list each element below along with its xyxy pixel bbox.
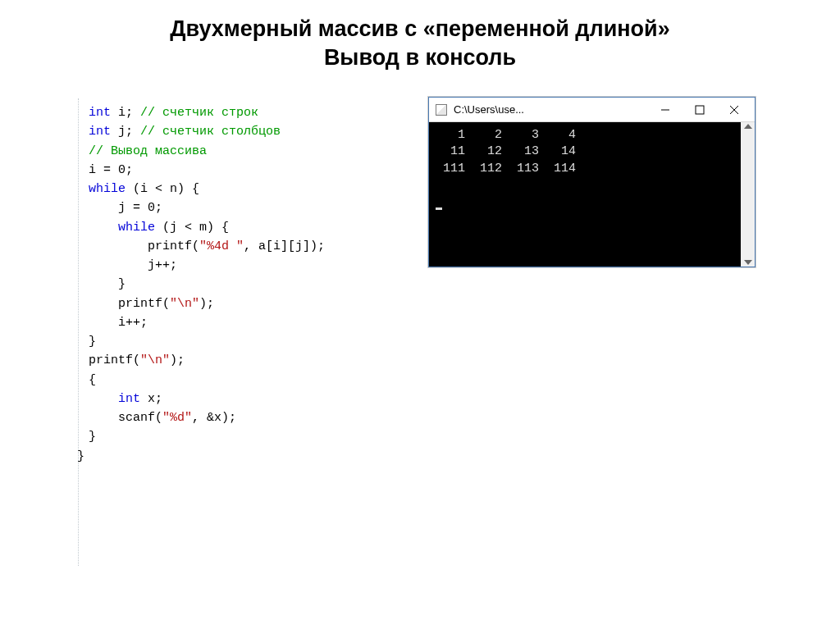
code-text: i++;	[89, 313, 325, 332]
minimize-button[interactable]	[648, 98, 682, 121]
scrollbar[interactable]	[741, 122, 755, 267]
title-line-2: Вывод в консоль	[0, 43, 840, 72]
app-icon	[436, 104, 447, 116]
code-text: );	[199, 297, 214, 311]
code-text: scanf(	[89, 411, 162, 425]
brace: {	[89, 371, 325, 390]
code-text: i = 0;	[89, 161, 325, 180]
page-title: Двухмерный массив с «переменной длиной» …	[0, 0, 840, 72]
indent	[89, 221, 118, 235]
string: "%d"	[162, 411, 192, 425]
console-window: C:\Users\use... 1 2 3 4 11 12 13 14 111 …	[428, 97, 756, 267]
code-text: printf(	[89, 353, 140, 367]
brace: }	[89, 332, 325, 351]
kw-int: int	[89, 106, 111, 120]
code-text: i;	[111, 106, 140, 120]
kw-while: while	[89, 182, 126, 196]
code-text: printf(	[89, 239, 199, 253]
brace: }	[89, 275, 325, 294]
code-text: );	[170, 353, 185, 367]
code-text: printf(	[89, 297, 170, 311]
title-line-1: Двухмерный массив с «переменной длиной»	[0, 15, 840, 43]
code-text: , a[i][j]);	[244, 239, 325, 253]
string: "\n"	[140, 353, 170, 367]
console-output: 1 2 3 4 11 12 13 14 111 112 113 114	[429, 122, 741, 267]
code-text: j;	[111, 125, 140, 139]
code-text: j++;	[89, 256, 325, 275]
titlebar: C:\Users\use...	[429, 98, 755, 122]
code-text: x;	[140, 392, 162, 406]
console-row: 1 2 3 4	[436, 128, 576, 142]
kw-while: while	[118, 221, 155, 235]
close-button[interactable]	[717, 98, 751, 121]
indent	[89, 392, 118, 406]
maximize-button[interactable]	[682, 98, 717, 121]
code-text: (i < n) {	[126, 182, 199, 196]
kw-int: int	[118, 392, 140, 406]
scroll-up-icon[interactable]	[744, 124, 752, 129]
console-row: 111 112 113 114	[436, 162, 576, 175]
svg-rect-1	[696, 106, 704, 114]
code-text: j = 0;	[89, 198, 325, 217]
code-text: (j < m) {	[155, 221, 229, 235]
comment: // счетчик строк	[140, 106, 258, 120]
outer-brace: }	[77, 447, 325, 466]
cursor-icon	[436, 207, 442, 210]
code-gutter	[78, 98, 79, 566]
string: "%4d "	[199, 239, 244, 253]
code-block: int i; // счетчик строк int j; // счетчи…	[89, 103, 325, 466]
brace: }	[89, 427, 325, 446]
code-text: , &x);	[192, 411, 236, 425]
comment: // Вывод массива	[89, 144, 207, 158]
string: "\n"	[170, 297, 199, 311]
scroll-down-icon[interactable]	[744, 260, 752, 265]
window-title: C:\Users\use...	[454, 103, 524, 116]
console-row: 11 12 13 14	[436, 144, 576, 158]
comment: // счетчик столбцов	[140, 125, 281, 139]
kw-int: int	[89, 125, 111, 139]
